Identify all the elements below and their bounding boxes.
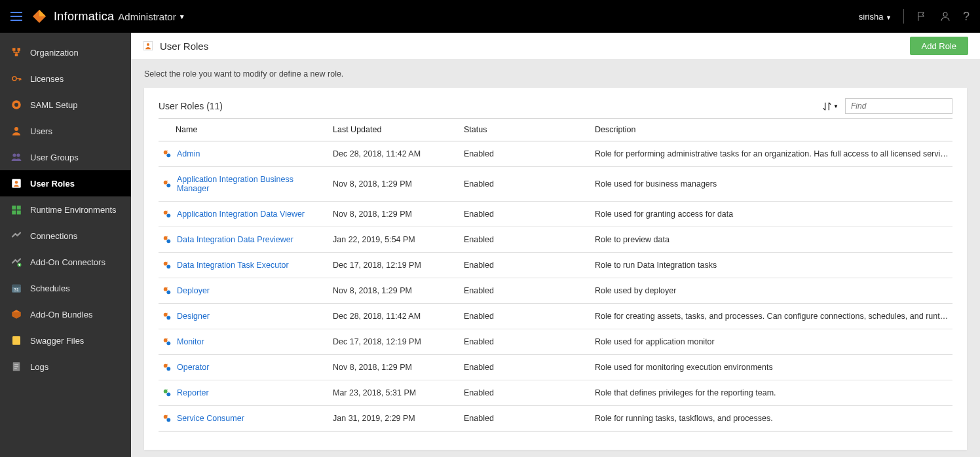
swagger-icon xyxy=(10,335,22,346)
table-row[interactable]: Data Integration Task Executor Dec 17, 2… xyxy=(159,253,952,278)
sidebar-item-label: User Groups xyxy=(30,153,79,162)
role-icon xyxy=(162,261,172,270)
col-updated[interactable]: Last Updated xyxy=(329,119,460,141)
role-link[interactable]: Designer xyxy=(177,312,210,321)
user-menu[interactable]: sirisha ▼ xyxy=(859,12,892,22)
group-icon xyxy=(10,151,22,163)
role-icon xyxy=(10,177,22,189)
cell-status: Enabled xyxy=(460,329,591,355)
sidebar-item-label: Organization xyxy=(30,48,79,58)
profile-icon[interactable] xyxy=(939,10,951,22)
page-subtext: Select the role you want to modify or de… xyxy=(131,59,980,88)
role-icon xyxy=(162,210,172,219)
role-link[interactable]: Deployer xyxy=(177,286,210,295)
product-switcher[interactable]: Administrator xyxy=(118,11,176,22)
sidebar-item-schedules[interactable]: Schedules xyxy=(0,275,131,301)
table-row[interactable]: Designer Dec 28, 2018, 11:42 AM Enabled … xyxy=(159,304,952,329)
sidebar-item-add-on-connectors[interactable]: Add-On Connectors xyxy=(0,249,131,275)
cell-desc: Role used for monitoring execution envir… xyxy=(591,355,952,380)
table-row[interactable]: Application Integration Data Viewer Nov … xyxy=(159,202,952,227)
table-row[interactable]: Monitor Dec 17, 2018, 12:19 PM Enabled R… xyxy=(159,329,952,355)
table-row[interactable]: Data Integration Data Previewer Jan 22, … xyxy=(159,227,952,253)
brand-logo xyxy=(31,9,47,24)
cell-status: Enabled xyxy=(460,355,591,380)
role-link[interactable]: Application Integration Data Viewer xyxy=(177,210,305,219)
sidebar-item-label: Licenses xyxy=(30,74,64,84)
cell-desc: Role used for granting access for data xyxy=(591,202,952,227)
cell-status: Enabled xyxy=(460,380,591,406)
menu-toggle[interactable] xyxy=(10,12,22,21)
sidebar-item-logs[interactable]: Logs xyxy=(0,354,131,380)
role-link[interactable]: Data Integration Data Previewer xyxy=(177,235,293,244)
table-row[interactable]: Operator Nov 8, 2018, 1:29 PM Enabled Ro… xyxy=(159,355,952,380)
sidebar-item-label: Add-On Bundles xyxy=(30,310,92,320)
role-link[interactable]: Application Integration Business Manager xyxy=(177,175,325,193)
cell-status: Enabled xyxy=(460,406,591,431)
sidebar-item-organization[interactable]: Organization xyxy=(0,39,131,65)
sidebar-item-runtime-environments[interactable]: Runtime Environments xyxy=(0,196,131,223)
cell-updated: Dec 17, 2018, 12:19 PM xyxy=(329,253,460,278)
table-row[interactable]: Deployer Nov 8, 2018, 1:29 PM Enabled Ro… xyxy=(159,278,952,304)
key-icon xyxy=(10,73,22,84)
divider xyxy=(903,9,904,24)
sidebar-item-label: Add-On Connectors xyxy=(30,257,105,267)
col-status[interactable]: Status xyxy=(460,119,591,141)
role-link[interactable]: Admin xyxy=(177,149,200,158)
add-role-button[interactable]: Add Role xyxy=(910,37,968,55)
role-icon xyxy=(162,388,172,397)
sidebar-item-saml-setup[interactable]: SAML Setup xyxy=(0,92,131,118)
sidebar-item-licenses[interactable]: Licenses xyxy=(0,65,131,92)
role-icon xyxy=(162,363,172,372)
table-row[interactable]: Application Integration Business Manager… xyxy=(159,167,952,202)
cell-desc: Role used by deployer xyxy=(591,278,952,304)
cell-updated: Jan 22, 2019, 5:54 PM xyxy=(329,227,460,253)
table-row[interactable]: Service Consumer Jan 31, 2019, 2:29 PM E… xyxy=(159,406,952,431)
sidebar-item-label: Logs xyxy=(30,362,48,372)
saml-icon xyxy=(10,99,22,111)
sort-button[interactable]: ▼ xyxy=(821,101,839,112)
svg-marker-31 xyxy=(39,10,46,16)
cell-updated: Jan 31, 2019, 2:29 PM xyxy=(329,406,460,431)
sidebar-item-users[interactable]: Users xyxy=(0,118,131,144)
table-row[interactable]: Admin Dec 28, 2018, 11:42 AM Enabled Rol… xyxy=(159,141,952,167)
role-icon xyxy=(162,312,172,321)
cell-desc: Role to run Data Integration tasks xyxy=(591,253,952,278)
cell-status: Enabled xyxy=(460,141,591,167)
brand-text: Informatica xyxy=(54,10,114,24)
sched-icon xyxy=(10,282,22,294)
sidebar-item-label: Runtime Environments xyxy=(30,205,117,215)
sidebar-item-swagger-files[interactable]: Swagger Files xyxy=(0,327,131,354)
sidebar-item-label: Schedules xyxy=(30,283,70,293)
role-link[interactable]: Monitor xyxy=(177,337,204,346)
help-icon[interactable]: ? xyxy=(963,10,970,24)
cell-updated: Nov 8, 2018, 1:29 PM xyxy=(329,278,460,304)
role-link[interactable]: Data Integration Task Executor xyxy=(177,261,289,270)
cell-status: Enabled xyxy=(460,167,591,202)
addon-icon xyxy=(10,256,22,268)
role-link[interactable]: Reporter xyxy=(177,388,209,397)
role-icon xyxy=(162,286,172,295)
sidebar: OrganizationLicensesSAML SetupUsersUser … xyxy=(0,33,131,457)
col-desc[interactable]: Description xyxy=(591,119,952,141)
role-link[interactable]: Operator xyxy=(177,363,209,372)
logs-icon xyxy=(10,361,22,373)
flag-icon[interactable] xyxy=(916,10,928,22)
cell-status: Enabled xyxy=(460,202,591,227)
sidebar-item-user-groups[interactable]: User Groups xyxy=(0,144,131,170)
sidebar-item-user-roles[interactable]: User Roles xyxy=(0,170,131,196)
sidebar-item-add-on-bundles[interactable]: Add-On Bundles xyxy=(0,301,131,327)
col-name[interactable]: Name xyxy=(159,119,329,141)
role-icon xyxy=(162,149,172,158)
cell-desc: Role that defines privileges for the rep… xyxy=(591,380,952,406)
find-input[interactable] xyxy=(845,98,952,114)
page-title-icon xyxy=(143,41,153,51)
role-icon xyxy=(162,235,172,244)
cell-desc: Role for performing administrative tasks… xyxy=(591,141,952,167)
chevron-down-icon[interactable]: ▼ xyxy=(179,13,185,20)
org-icon xyxy=(10,46,22,58)
sidebar-item-connections[interactable]: Connections xyxy=(0,223,131,249)
cell-updated: Dec 28, 2018, 11:42 AM xyxy=(329,141,460,167)
role-link[interactable]: Service Consumer xyxy=(177,414,244,423)
table-row[interactable]: Reporter Mar 23, 2018, 5:31 PM Enabled R… xyxy=(159,380,952,406)
cell-status: Enabled xyxy=(460,253,591,278)
